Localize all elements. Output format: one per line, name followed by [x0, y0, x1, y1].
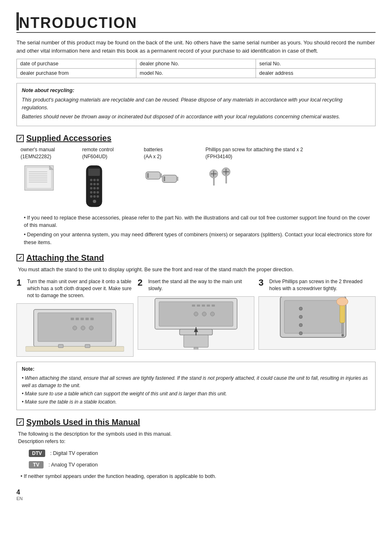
symbol-label: : Digital TV operation — [50, 450, 98, 456]
accessories-bullet-item: Depending on your antenna system, you ma… — [21, 231, 376, 247]
svg-rect-44 — [81, 318, 84, 320]
svg-rect-31 — [164, 176, 165, 181]
symbols-header: ✓ Symbols Used in this Manual — [16, 418, 376, 427]
symbol-badge: DTV — [29, 450, 45, 457]
accessory-screws: Phillips pan screw for attaching the sta… — [205, 146, 303, 189]
svg-point-20 — [93, 191, 96, 194]
svg-point-73 — [299, 332, 302, 335]
svg-rect-43 — [76, 318, 79, 320]
intro-text: The serial number of this product may be… — [16, 39, 376, 55]
svg-point-14 — [93, 183, 96, 185]
svg-point-22 — [90, 195, 92, 198]
svg-rect-59 — [212, 305, 215, 307]
recycling-note-line: This product's packaging materials are r… — [22, 96, 370, 112]
svg-rect-50 — [25, 346, 124, 351]
svg-point-47 — [73, 326, 77, 330]
stand-note-bullet: • When attaching the stand, ensure that … — [22, 374, 370, 389]
svg-point-15 — [97, 183, 99, 185]
accessory-manual-image — [21, 164, 66, 198]
symbols-title: Symbols Used in this Manual — [26, 418, 140, 427]
svg-point-77 — [337, 298, 348, 306]
svg-point-70 — [299, 307, 302, 310]
attaching-stand-title: Attaching the Stand — [26, 253, 104, 263]
svg-rect-57 — [202, 305, 205, 307]
accessory-remote: remote control (NF604UD) — [82, 146, 136, 210]
attaching-stand-description: You must attach the stand to the unit to… — [16, 266, 376, 274]
stand-note-title: Note: — [22, 365, 370, 373]
svg-point-13 — [90, 183, 92, 185]
svg-point-49 — [89, 326, 93, 330]
svg-point-76 — [341, 334, 344, 337]
svg-rect-9 — [88, 169, 100, 176]
accessories-bullet-item: If you need to replace these accessories… — [21, 214, 376, 230]
svg-rect-75 — [342, 323, 344, 335]
accessory-screws-image — [205, 164, 238, 189]
recycling-note-line: Batteries should never be thrown away or… — [22, 113, 370, 121]
info-table-cell: dealer purchase from — [17, 69, 136, 78]
svg-rect-39 — [226, 176, 227, 183]
symbol-label: : Analog TV operation — [48, 462, 98, 468]
supplied-accessories-header: ✓ Supplied Accessories — [16, 134, 376, 143]
symbols-description: The following is the description for the… — [16, 430, 376, 446]
svg-point-61 — [202, 312, 206, 316]
svg-rect-65 — [194, 347, 198, 350]
info-table-cell: model No. — [136, 69, 256, 78]
svg-rect-30 — [177, 177, 178, 181]
step-3-number: 3 — [258, 278, 267, 287]
svg-point-11 — [93, 179, 96, 181]
accessory-manual: owner's manual (1EMN22282) — [21, 146, 74, 198]
svg-point-18 — [97, 187, 99, 189]
svg-rect-69 — [284, 300, 342, 333]
supplied-accessories-title: Supplied Accessories — [26, 134, 111, 143]
step-2: 2 Insert the stand all the way to the ma… — [138, 278, 255, 356]
info-table-cell: dealer phone No. — [136, 59, 256, 69]
accessory-batteries-label: batteries (AA x 2) — [144, 146, 163, 160]
svg-rect-28 — [147, 173, 149, 178]
symbols-description-line: The following is the description for the… — [18, 430, 376, 438]
step-3: 3 Drive Phillips pan screws in the 2 thr… — [258, 278, 376, 356]
svg-rect-56 — [197, 305, 200, 307]
page-number: 4 — [16, 489, 20, 496]
svg-rect-46 — [90, 318, 94, 320]
svg-point-60 — [194, 312, 198, 316]
svg-point-19 — [90, 191, 92, 194]
info-table-cell: dealer address — [256, 69, 376, 78]
recycling-note-title: Note about recycling: — [22, 87, 370, 95]
svg-rect-64 — [184, 335, 208, 347]
page-lang: EN — [16, 496, 23, 501]
svg-point-17 — [93, 187, 96, 189]
stand-note-box: Note: • When attaching the stand, ensure… — [16, 362, 376, 410]
accessory-remote-label: remote control (NF604UD) — [82, 146, 114, 160]
step-3-text: Drive Phillips pan screws in the 2 threa… — [269, 278, 376, 292]
svg-point-21 — [97, 191, 99, 194]
step-1: 1 Turn the main unit over and place it o… — [16, 278, 134, 356]
step-2-image — [138, 296, 255, 350]
step-3-image — [258, 296, 376, 350]
svg-point-23 — [93, 195, 96, 198]
svg-rect-58 — [207, 305, 210, 307]
symbol-badge: TV — [29, 461, 44, 469]
svg-rect-51 — [58, 344, 63, 348]
svg-point-10 — [90, 179, 92, 181]
steps-row: 1 Turn the main unit over and place it o… — [16, 278, 376, 356]
accessory-remote-image — [82, 164, 107, 210]
step-1-image — [16, 303, 134, 357]
checkbox-icon: ✓ — [16, 135, 24, 142]
svg-point-16 — [90, 187, 92, 189]
svg-rect-52 — [85, 344, 90, 348]
accessory-batteries: batteries (AA x 2) — [144, 146, 197, 194]
svg-rect-42 — [71, 318, 74, 320]
accessory-manual-label: owner's manual (1EMN22282) — [21, 146, 55, 160]
svg-point-48 — [81, 326, 85, 330]
attaching-checkbox-icon: ✓ — [16, 254, 24, 261]
svg-rect-55 — [192, 305, 195, 307]
accessory-screws-label: Phillips pan screw for attaching the sta… — [205, 146, 303, 160]
svg-rect-35 — [213, 178, 214, 185]
accessories-grid: owner's manual (1EMN22282) remote contro… — [16, 146, 376, 210]
step-2-number: 2 — [138, 278, 146, 287]
page-footer: 4 EN — [16, 489, 376, 501]
svg-point-72 — [299, 323, 302, 327]
symbols-footer-note: If neither symbol appears under the func… — [21, 473, 376, 480]
recycling-note-box: Note about recycling: This product's pac… — [16, 83, 376, 126]
svg-point-12 — [97, 179, 99, 181]
